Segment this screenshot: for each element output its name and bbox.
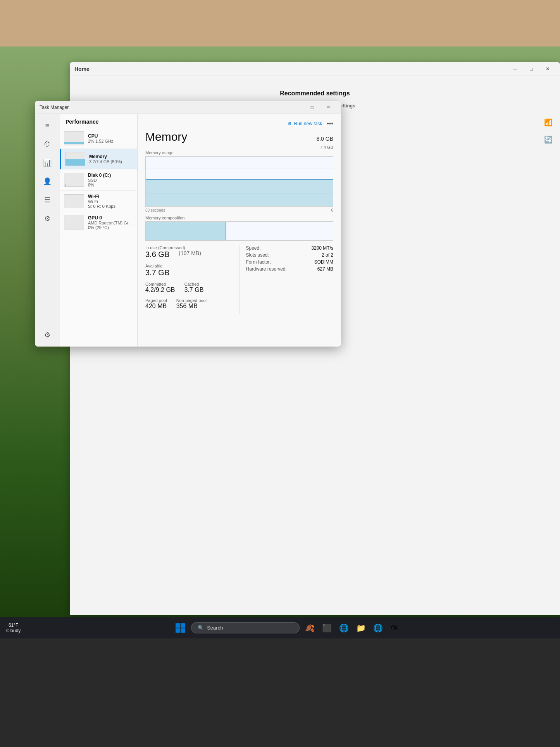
search-label: Search <box>207 625 223 631</box>
tm-window-controls: — □ ✕ <box>288 102 336 113</box>
reserved-value: 627 MB <box>317 266 333 272</box>
disk-thumb <box>64 173 84 187</box>
speed-label: Speed: <box>246 245 261 251</box>
memory-detail-panel: 🖥 Run new task ••• Memory 8.0 GB 7.4 GB … <box>138 114 341 347</box>
home-minimize-button[interactable]: — <box>507 64 523 74</box>
disk-info: Disk 0 (C:) SSD 0% <box>88 173 133 187</box>
home-window-controls: — □ ✕ <box>507 64 555 74</box>
stats-right-column: Speed: 3200 MT/s Slots used: 2 of 2 Form… <box>240 245 334 314</box>
wifi-perf-item[interactable]: Wi-Fi Wi-Fi S: 0 R: 0 Kbps <box>60 191 137 212</box>
start-button[interactable] <box>172 620 188 636</box>
cached-value: 3.7 GB <box>184 286 204 293</box>
wifi-thumb <box>64 194 84 208</box>
memory-usage-fill <box>146 179 333 206</box>
committed-cached-row: Committed 4.2/9.2 GB Cached 3.7 GB <box>145 282 233 298</box>
tm-nav-performance[interactable]: 📊 <box>39 154 56 171</box>
home-titlebar: Home — □ ✕ <box>70 62 560 76</box>
taskbar-search[interactable]: 🔍 Search <box>191 622 300 633</box>
cpu-name: CPU <box>88 133 133 139</box>
wifi-sub: Wi-Fi <box>88 199 133 204</box>
taskbar-app-2[interactable]: 🌐 <box>337 621 351 635</box>
cpu-perf-item[interactable]: CPU 2% 1.52 GHz <box>60 128 137 149</box>
committed-stat: Committed 4.2/9.2 GB <box>145 282 175 293</box>
available-value: 3.7 GB <box>145 268 233 277</box>
gpu-name: GPU 0 <box>88 215 133 221</box>
weather-widget: 61°F Cloudy <box>6 623 21 633</box>
tm-minimize-button[interactable]: — <box>288 102 304 113</box>
chart-max-value: 7.4 GB <box>320 145 333 150</box>
svg-rect-0 <box>176 623 180 628</box>
taskbar-autumn-icon[interactable]: 🍂 <box>303 621 317 635</box>
slots-label: Slots used: <box>246 252 269 258</box>
home-maximize-button[interactable]: □ <box>524 64 539 74</box>
wifi-val: S: 0 R: 0 Kbps <box>88 204 133 209</box>
home-window-title: Home <box>74 66 90 72</box>
memory-name: Memory <box>89 154 133 159</box>
gpu-perf-item[interactable]: GPU 0 AMD Radeon(TM) Gr... 0% (29 °C) <box>60 212 137 233</box>
wifi-icon[interactable]: 📶 <box>542 116 555 129</box>
paged-stat: Paged pool 420 MB <box>145 298 167 310</box>
committed-value: 4.2/9.2 GB <box>145 286 175 293</box>
in-use-label: In use (Compressed) <box>145 245 233 250</box>
svg-rect-2 <box>176 628 180 633</box>
tm-close-button[interactable]: ✕ <box>320 102 336 113</box>
wifi-info: Wi-Fi Wi-Fi S: 0 R: 0 Kbps <box>88 194 133 209</box>
task-manager-body: ≡ ⏱ 📊 👤 ☰ ⚙ ⚙ Performance CPU 2% 1. <box>35 114 341 347</box>
windows-logo-icon <box>176 623 185 633</box>
settings-section-title: Recommended settings <box>78 84 552 103</box>
nonpaged-label: Non-paged pool <box>176 298 207 303</box>
form-row: Form factor: SODIMM <box>246 259 334 265</box>
performance-list: Performance CPU 2% 1.52 GHz <box>60 114 138 347</box>
disk-val: 0% <box>88 183 133 187</box>
disk-sub: SSD <box>88 178 133 183</box>
cached-stat: Cached 3.7 GB <box>184 282 204 293</box>
cpu-sub: 2% 1.52 GHz <box>88 139 133 143</box>
memory-usage-label: Memory usage <box>145 150 333 155</box>
speed-value: 3200 MT/s <box>311 245 333 251</box>
stats-left-column: In use (Compressed) 3.6 GB (107 MB) Avai… <box>145 245 240 314</box>
run-task-label: Run new task <box>294 121 322 126</box>
taskbar-app-3[interactable]: 📁 <box>354 621 368 635</box>
gpu-thumb <box>64 216 84 229</box>
tm-nav-settings[interactable]: ⚙ <box>39 326 56 343</box>
more-options-button[interactable]: ••• <box>327 120 333 127</box>
taskbar-app-1[interactable]: ⬛ <box>320 621 334 635</box>
available-stat: Available 3.7 GB <box>145 264 233 277</box>
taskbar-store-icon[interactable]: 🛍 <box>388 621 402 635</box>
memory-perf-item[interactable]: Memory 3.7/7.4 GB (50%) <box>60 149 137 169</box>
chart-time-labels: 60 seconds 0 <box>145 208 333 212</box>
tm-maximize-button[interactable]: □ <box>304 102 320 113</box>
in-use-value-row: 3.6 GB (107 MB) <box>145 250 233 259</box>
gpu-info: GPU 0 AMD Radeon(TM) Gr... 0% (29 °C) <box>88 215 133 230</box>
task-manager-titlebar: Task Manager — □ ✕ <box>35 101 341 114</box>
weather-temp: 61°F <box>9 623 18 628</box>
reserved-label: Hardware reserved: <box>246 266 287 272</box>
chart-time-right: 0 <box>331 208 333 212</box>
home-close-button[interactable]: ✕ <box>540 64 555 74</box>
form-label: Form factor: <box>246 259 271 265</box>
cached-label: Cached <box>184 282 204 286</box>
right-sidebar: 📶 🔄 <box>542 116 555 146</box>
run-new-task-button[interactable]: 🖥 Run new task <box>287 121 322 126</box>
paged-nonpaged-row: Paged pool 420 MB Non-paged pool 356 MB <box>145 298 233 314</box>
memory-info: Memory 3.7/7.4 GB (50%) <box>89 154 133 164</box>
tm-nav-menu[interactable]: ≡ <box>39 117 56 134</box>
tm-nav-users[interactable]: 👤 <box>39 173 56 190</box>
memory-stats-grid: In use (Compressed) 3.6 GB (107 MB) Avai… <box>145 245 333 314</box>
run-task-icon: 🖥 <box>287 121 291 126</box>
paged-value: 420 MB <box>145 303 167 310</box>
tm-nav-processes[interactable]: ⏱ <box>39 136 56 153</box>
cpu-info: CPU 2% 1.52 GHz <box>88 133 133 143</box>
nonpaged-stat: Non-paged pool 356 MB <box>176 298 207 310</box>
tm-nav-details[interactable]: ☰ <box>39 191 56 209</box>
disk-perf-item[interactable]: Disk 0 (C:) SSD 0% <box>60 169 137 191</box>
task-manager-title: Task Manager <box>40 105 69 110</box>
taskbar-edge-icon[interactable]: 🌐 <box>371 621 385 635</box>
weather-condition: Cloudy <box>6 628 21 633</box>
disk-name: Disk 0 (C:) <box>88 173 133 178</box>
slots-row: Slots used: 2 of 2 <box>246 252 334 258</box>
tm-nav-services[interactable]: ⚙ <box>39 210 56 227</box>
refresh-icon[interactable]: 🔄 <box>542 133 555 146</box>
form-value: SODIMM <box>314 259 333 265</box>
nonpaged-value: 356 MB <box>176 303 207 310</box>
